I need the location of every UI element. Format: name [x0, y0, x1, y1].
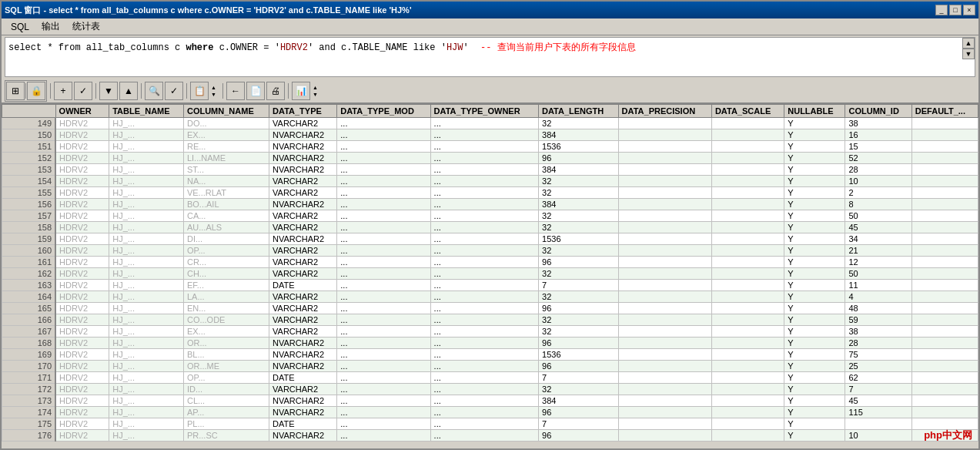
table-row[interactable]: 149HDRV2HJ_...DO...VARCHAR2......32Y38 — [2, 118, 978, 129]
table-cell: 34 — [845, 233, 911, 245]
col-data-precision[interactable]: DATA_PRECISION — [618, 105, 711, 118]
col-column-name[interactable]: COLUMN_NAME — [183, 105, 269, 118]
table-cell: ... — [430, 222, 538, 233]
table-cell: 384 — [539, 129, 619, 141]
table-row[interactable]: 162HDRV2HJ_...CH...VARCHAR2......32Y50 — [2, 268, 978, 280]
table-row[interactable]: 161HDRV2HJ_...CR...VARCHAR2......96Y12 — [2, 257, 978, 268]
table-cell — [711, 372, 784, 384]
table-cell: 45 — [845, 222, 911, 233]
table-cell: HDRV2 — [55, 326, 109, 338]
check-btn[interactable]: ✓ — [74, 82, 92, 100]
table-cell: NVARCHAR2 — [269, 361, 337, 372]
table-cell: ... — [430, 233, 538, 245]
table-row[interactable]: 166HDRV2HJ_...CO...ODEVARCHAR2......32Y5… — [2, 314, 978, 326]
menu-stats[interactable]: 统计表 — [66, 18, 106, 35]
table-row[interactable]: 175HDRV2HJ_...PL...DATE......7Y — [2, 418, 978, 430]
table-row[interactable]: 176HDRV2HJ_...PR...SCNVARCHAR2......96Y1… — [2, 430, 978, 442]
table-container[interactable]: OWNER TABLE_NAME COLUMN_NAME DATA_TYPE D… — [2, 103, 978, 448]
table-cell — [618, 418, 711, 430]
table-row[interactable]: 153HDRV2HJ_...ST...NVARCHAR2......384Y28 — [2, 164, 978, 176]
table-row[interactable]: 156HDRV2HJ_...BO...AILNVARCHAR2......384… — [2, 199, 978, 210]
table-cell: 153 — [2, 164, 56, 176]
lock-btn[interactable]: 🔒 — [27, 82, 45, 100]
col-column-id[interactable]: COLUMN_ID — [845, 105, 911, 118]
table-row[interactable]: 172HDRV2HJ_...ID...VARCHAR2......32Y7 — [2, 384, 978, 395]
table-row[interactable]: 171HDRV2HJ_...OP...DATE......7Y62 — [2, 372, 978, 384]
table-cell — [711, 141, 784, 153]
table-row[interactable]: 159HDRV2HJ_...DI...NVARCHAR2......1536Y3… — [2, 233, 978, 245]
chart-up[interactable]: ▲ — [312, 84, 321, 91]
filter-btn[interactable]: ✓ — [165, 82, 183, 100]
grid-btn[interactable]: ⊞ — [6, 82, 25, 100]
menu-output[interactable]: 输出 — [35, 18, 66, 35]
copy-left-btn[interactable]: 📋 — [190, 82, 209, 100]
col-default[interactable]: DEFAULT_... — [911, 105, 978, 118]
table-row[interactable]: 173HDRV2HJ_...CL...NVARCHAR2......384Y45 — [2, 395, 978, 407]
col-owner[interactable]: OWNER — [55, 105, 109, 118]
table-cell: ... — [430, 280, 538, 291]
table-cell: VARCHAR2 — [269, 268, 337, 280]
table-row[interactable]: 158HDRV2HJ_...AU...ALSVARCHAR2......32Y4… — [2, 222, 978, 233]
table-row[interactable]: 174HDRV2HJ_...AP...NVARCHAR2......96Y115 — [2, 407, 978, 418]
sort-asc-btn[interactable]: ▲ — [119, 82, 138, 100]
table-cell: 32 — [539, 384, 619, 395]
col-data-type-owner[interactable]: DATA_TYPE_OWNER — [430, 105, 538, 118]
table-row[interactable]: 154HDRV2HJ_...NA...VARCHAR2......32Y10 — [2, 176, 978, 187]
maximize-button[interactable]: □ — [949, 5, 962, 15]
table-cell: VARCHAR2 — [269, 314, 337, 326]
table-row[interactable]: 167HDRV2HJ_...EX...VARCHAR2......32Y38 — [2, 326, 978, 338]
table-cell: 45 — [845, 395, 911, 407]
table-row[interactable]: 150HDRV2HJ_...EX...NVARCHAR2......384Y16 — [2, 129, 978, 141]
table-cell: HDRV2 — [55, 176, 109, 187]
add-btn[interactable]: + — [54, 82, 72, 100]
scroll-up-btn[interactable]: ▲ — [962, 38, 975, 49]
col-data-type-mod[interactable]: DATA_TYPE_MOD — [337, 105, 430, 118]
table-cell: 38 — [845, 326, 911, 338]
sep5 — [186, 83, 187, 99]
chart-btn[interactable]: 📊 — [292, 82, 310, 100]
close-button[interactable]: × — [963, 5, 975, 15]
table-row[interactable]: 170HDRV2HJ_...OR...MENVARCHAR2......96Y2… — [2, 361, 978, 372]
table-row[interactable]: 151HDRV2HJ_...RE...NVARCHAR2......1536Y1… — [2, 141, 978, 153]
table-cell: HJ_... — [109, 407, 184, 418]
split-down[interactable]: ▼ — [210, 91, 219, 98]
menu-sql[interactable]: SQL — [5, 20, 35, 34]
table-cell — [911, 153, 978, 164]
search-btn[interactable]: 🔍 — [145, 82, 163, 100]
table-cell: CR... — [183, 257, 269, 268]
table-cell: 10 — [845, 430, 911, 442]
col-data-type[interactable]: DATA_TYPE — [269, 105, 337, 118]
table-cell: 32 — [539, 210, 619, 222]
scroll-down-btn[interactable]: ▼ — [962, 49, 975, 59]
table-cell — [711, 187, 784, 199]
sql-editor[interactable]: select * from all_tab_columns c where c.… — [5, 37, 975, 77]
col-nullable[interactable]: NULLABLE — [784, 105, 845, 118]
sort-desc-btn[interactable]: ▼ — [99, 82, 118, 100]
table-cell — [618, 141, 711, 153]
table-row[interactable]: 163HDRV2HJ_...EF...DATE......7Y11 — [2, 280, 978, 291]
table-cell: 96 — [539, 338, 619, 349]
table-row[interactable]: 169HDRV2HJ_...BL...NVARCHAR2......1536Y7… — [2, 349, 978, 361]
table-row[interactable]: 168HDRV2HJ_...OR...NVARCHAR2......96Y28 — [2, 338, 978, 349]
col-data-length[interactable]: DATA_LENGTH — [539, 105, 619, 118]
page-btn[interactable]: 📄 — [246, 82, 265, 100]
chart-down[interactable]: ▼ — [312, 91, 321, 98]
print-btn[interactable]: 🖨 — [266, 82, 285, 100]
table-cell: 32 — [539, 291, 619, 303]
split-up[interactable]: ▲ — [210, 84, 219, 91]
sql-content: select * from all_tab_columns c where c.… — [8, 41, 972, 54]
table-row[interactable]: 157HDRV2HJ_...CA...VARCHAR2......32Y50 — [2, 210, 978, 222]
table-row[interactable]: 164HDRV2HJ_...LA...VARCHAR2......32Y4 — [2, 291, 978, 303]
table-row[interactable]: 155HDRV2HJ_...VE...RLATVARCHAR2......32Y… — [2, 187, 978, 199]
table-cell: 10 — [845, 176, 911, 187]
arrow-btn[interactable]: ← — [226, 82, 245, 100]
table-cell — [618, 176, 711, 187]
minimize-button[interactable]: _ — [935, 5, 948, 15]
col-table-name[interactable]: TABLE_NAME — [109, 105, 184, 118]
table-row[interactable]: 160HDRV2HJ_...OP...VARCHAR2......32Y21 — [2, 245, 978, 257]
table-row[interactable]: 165HDRV2HJ_...EN...VARCHAR2......96Y48 — [2, 303, 978, 314]
table-row[interactable]: 152HDRV2HJ_...LI...NAMENVARCHAR2......96… — [2, 153, 978, 164]
table-cell: ... — [337, 245, 430, 257]
col-data-scale[interactable]: DATA_SCALE — [711, 105, 784, 118]
table-cell: ... — [337, 141, 430, 153]
